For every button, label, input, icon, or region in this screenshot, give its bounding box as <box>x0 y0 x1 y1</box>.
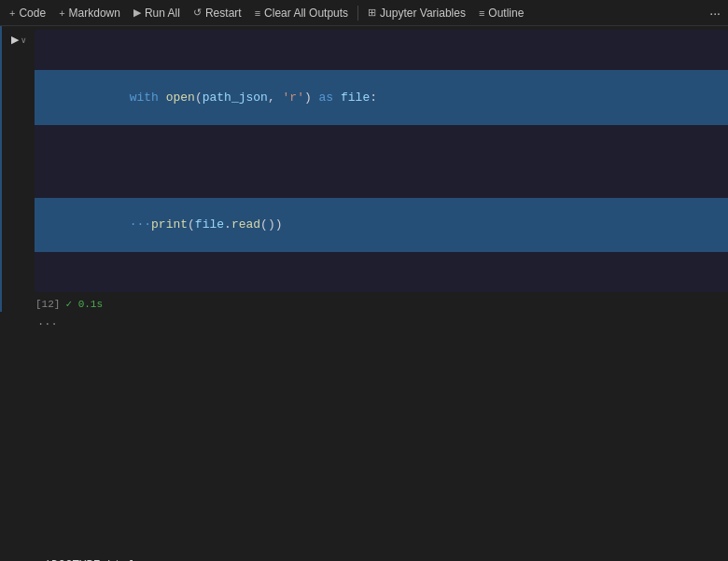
code-cell-body: ▶ ∨ with open(path_json, 'r') as file: ·… <box>2 26 728 296</box>
notebook-content: ▶ ∨ with open(path_json, 'r') as file: ·… <box>0 26 728 561</box>
clear-icon: ≡ <box>255 7 260 19</box>
add-code-button[interactable]: + Code <box>4 5 51 21</box>
code-line-1: with open(path_json, 'r') as file: <box>42 34 721 161</box>
cell-output: <!DOCTYPE html> <html lang="en" data-col… <box>0 332 728 561</box>
outline-icon: ≡ <box>479 7 484 19</box>
restart-button[interactable]: ↺ Restart <box>188 5 247 21</box>
add-markdown-button[interactable]: + Markdown <box>53 5 126 21</box>
plus-icon: + <box>9 7 15 19</box>
output-line-blank2 <box>37 439 721 458</box>
output-text: <!DOCTYPE html> <html lang="en" data-col… <box>37 340 721 561</box>
execution-count: [12] <box>35 299 60 310</box>
code-editor[interactable]: with open(path_json, 'r') as file: ···pr… <box>35 30 728 292</box>
jupyter-variables-button[interactable]: ⊞ Jupyter Variables <box>362 5 471 21</box>
variables-icon: ⊞ <box>368 7 376 19</box>
cell-footer: [12] ✓ 0.1s <box>2 296 728 312</box>
toolbar-divider <box>357 6 358 21</box>
chevron-down-icon: ∨ <box>21 35 27 45</box>
run-all-icon: ▶ <box>133 7 141 19</box>
clear-outputs-button[interactable]: ≡ Clear All Outputs <box>249 5 354 21</box>
plus-icon-2: + <box>59 7 64 19</box>
restart-icon: ↺ <box>193 7 202 19</box>
execution-timing: ✓ 0.1s <box>65 298 103 310</box>
outline-button[interactable]: ≡ Outline <box>473 5 529 21</box>
notebook-toolbar: + Code + Markdown ▶ Run All ↺ Restart ≡ … <box>0 0 728 26</box>
output-line-blank3 <box>37 498 721 517</box>
code-cell-12: ▶ ∨ with open(path_json, 'r') as file: ·… <box>0 26 728 312</box>
run-cell-button[interactable]: ▶ ∨ <box>7 32 31 48</box>
run-triangle-icon: ▶ <box>11 34 19 46</box>
output-line-blank1 <box>37 380 721 400</box>
output-line-doctype: <!DOCTYPE html> <box>37 556 721 561</box>
more-options-button[interactable]: ··· <box>706 4 724 22</box>
code-line-2: ···print(file.read()) <box>42 161 721 289</box>
run-all-button[interactable]: ▶ Run All <box>128 5 186 21</box>
ellipsis-top: ... <box>0 312 728 332</box>
